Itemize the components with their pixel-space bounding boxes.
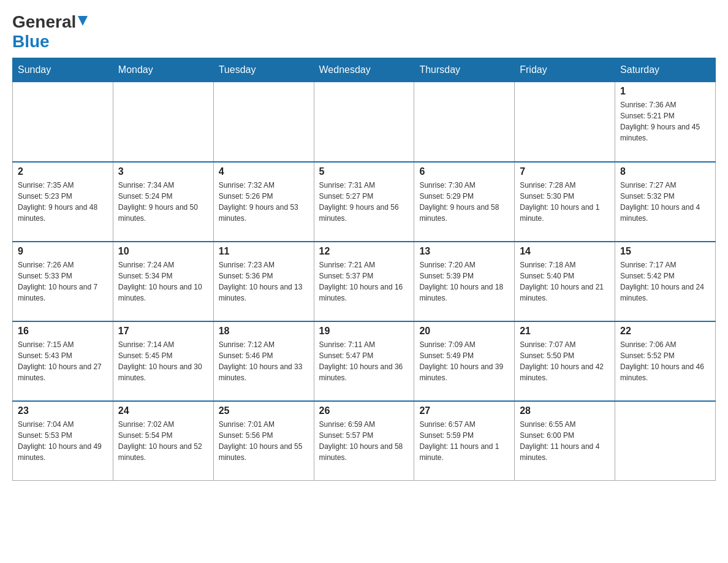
day-info: Sunrise: 7:36 AMSunset: 5:21 PMDaylight:… [620, 99, 710, 144]
calendar-day-cell: 9Sunrise: 7:26 AMSunset: 5:33 PMDaylight… [13, 242, 113, 321]
calendar-day-cell: 19Sunrise: 7:11 AMSunset: 5:47 PMDayligh… [314, 321, 414, 401]
day-number: 17 [118, 326, 208, 337]
calendar-week-row: 16Sunrise: 7:15 AMSunset: 5:43 PMDayligh… [13, 321, 716, 401]
day-info: Sunrise: 7:27 AMSunset: 5:32 PMDaylight:… [620, 180, 710, 224]
calendar-day-cell [113, 82, 213, 162]
calendar-day-cell: 17Sunrise: 7:14 AMSunset: 5:45 PMDayligh… [113, 321, 213, 401]
day-number: 9 [18, 246, 108, 257]
day-info: Sunrise: 7:30 AMSunset: 5:29 PMDaylight:… [419, 180, 509, 224]
calendar-day-cell: 16Sunrise: 7:15 AMSunset: 5:43 PMDayligh… [13, 321, 113, 401]
day-info: Sunrise: 7:31 AMSunset: 5:27 PMDaylight:… [319, 180, 409, 224]
calendar-day-cell: 8Sunrise: 7:27 AMSunset: 5:32 PMDaylight… [615, 162, 716, 242]
calendar-table: SundayMondayTuesdayWednesdayThursdayFrid… [12, 58, 716, 481]
day-header-friday: Friday [515, 58, 615, 82]
calendar-day-cell: 1Sunrise: 7:36 AMSunset: 5:21 PMDaylight… [615, 82, 716, 162]
logo-blue-text: Blue [12, 32, 50, 51]
calendar-day-cell: 24Sunrise: 7:02 AMSunset: 5:54 PMDayligh… [113, 401, 213, 481]
day-header-saturday: Saturday [615, 58, 716, 82]
day-info: Sunrise: 7:34 AMSunset: 5:24 PMDaylight:… [118, 180, 208, 224]
calendar-day-cell: 13Sunrise: 7:20 AMSunset: 5:39 PMDayligh… [414, 242, 515, 321]
day-info: Sunrise: 7:23 AMSunset: 5:36 PMDaylight:… [219, 259, 309, 304]
calendar-day-cell: 28Sunrise: 6:55 AMSunset: 6:00 PMDayligh… [515, 401, 615, 481]
calendar-day-cell: 22Sunrise: 7:06 AMSunset: 5:52 PMDayligh… [615, 321, 716, 401]
day-number: 5 [319, 166, 409, 177]
calendar-day-cell [414, 82, 515, 162]
day-info: Sunrise: 7:20 AMSunset: 5:39 PMDaylight:… [419, 259, 509, 304]
day-number: 27 [419, 405, 509, 416]
day-header-monday: Monday [113, 58, 213, 82]
calendar-day-cell: 23Sunrise: 7:04 AMSunset: 5:53 PMDayligh… [13, 401, 113, 481]
day-number: 10 [118, 246, 208, 257]
calendar-week-row: 23Sunrise: 7:04 AMSunset: 5:53 PMDayligh… [13, 401, 716, 481]
day-info: Sunrise: 7:09 AMSunset: 5:49 PMDaylight:… [419, 339, 509, 383]
calendar-day-cell: 18Sunrise: 7:12 AMSunset: 5:46 PMDayligh… [213, 321, 314, 401]
day-number: 1 [620, 86, 710, 97]
calendar-day-cell: 11Sunrise: 7:23 AMSunset: 5:36 PMDayligh… [213, 242, 314, 321]
calendar-day-cell [314, 82, 414, 162]
day-info: Sunrise: 7:21 AMSunset: 5:37 PMDaylight:… [319, 259, 409, 304]
calendar-week-row: 1Sunrise: 7:36 AMSunset: 5:21 PMDaylight… [13, 82, 716, 162]
day-info: Sunrise: 7:02 AMSunset: 5:54 PMDaylight:… [118, 419, 208, 463]
calendar-day-cell: 27Sunrise: 6:57 AMSunset: 5:59 PMDayligh… [414, 401, 515, 481]
calendar-day-cell [13, 82, 113, 162]
day-number: 13 [419, 246, 509, 257]
calendar-day-cell: 10Sunrise: 7:24 AMSunset: 5:34 PMDayligh… [113, 242, 213, 321]
calendar-day-cell: 7Sunrise: 7:28 AMSunset: 5:30 PMDaylight… [515, 162, 615, 242]
day-header-sunday: Sunday [13, 58, 113, 82]
day-info: Sunrise: 7:01 AMSunset: 5:56 PMDaylight:… [219, 419, 309, 463]
day-info: Sunrise: 6:55 AMSunset: 6:00 PMDaylight:… [520, 419, 610, 463]
day-number: 15 [620, 246, 710, 257]
day-number: 7 [520, 166, 610, 177]
calendar-day-cell: 21Sunrise: 7:07 AMSunset: 5:50 PMDayligh… [515, 321, 615, 401]
day-header-tuesday: Tuesday [213, 58, 314, 82]
day-number: 3 [118, 166, 208, 177]
day-info: Sunrise: 6:57 AMSunset: 5:59 PMDaylight:… [419, 419, 509, 463]
day-info: Sunrise: 7:14 AMSunset: 5:45 PMDaylight:… [118, 339, 208, 383]
day-number: 2 [18, 166, 108, 177]
day-number: 8 [620, 166, 710, 177]
calendar-day-cell: 3Sunrise: 7:34 AMSunset: 5:24 PMDaylight… [113, 162, 213, 242]
calendar-day-cell: 12Sunrise: 7:21 AMSunset: 5:37 PMDayligh… [314, 242, 414, 321]
day-number: 28 [520, 405, 610, 416]
day-info: Sunrise: 7:12 AMSunset: 5:46 PMDaylight:… [219, 339, 309, 383]
day-info: Sunrise: 7:28 AMSunset: 5:30 PMDaylight:… [520, 180, 610, 224]
day-header-thursday: Thursday [414, 58, 515, 82]
day-info: Sunrise: 6:59 AMSunset: 5:57 PMDaylight:… [319, 419, 409, 463]
day-number: 25 [219, 405, 309, 416]
calendar-day-cell: 15Sunrise: 7:17 AMSunset: 5:42 PMDayligh… [615, 242, 716, 321]
calendar-day-cell: 20Sunrise: 7:09 AMSunset: 5:49 PMDayligh… [414, 321, 515, 401]
day-number: 22 [620, 326, 710, 337]
day-number: 14 [520, 246, 610, 257]
logo: General Blue [12, 12, 89, 52]
day-info: Sunrise: 7:06 AMSunset: 5:52 PMDaylight:… [620, 339, 710, 383]
calendar-week-row: 9Sunrise: 7:26 AMSunset: 5:33 PMDaylight… [13, 242, 716, 321]
day-info: Sunrise: 7:11 AMSunset: 5:47 PMDaylight:… [319, 339, 409, 383]
day-number: 4 [219, 166, 309, 177]
calendar-day-cell: 5Sunrise: 7:31 AMSunset: 5:27 PMDaylight… [314, 162, 414, 242]
day-info: Sunrise: 7:35 AMSunset: 5:23 PMDaylight:… [18, 180, 108, 224]
day-info: Sunrise: 7:07 AMSunset: 5:50 PMDaylight:… [520, 339, 610, 383]
calendar-day-cell: 4Sunrise: 7:32 AMSunset: 5:26 PMDaylight… [213, 162, 314, 242]
day-number: 24 [118, 405, 208, 416]
day-info: Sunrise: 7:17 AMSunset: 5:42 PMDaylight:… [620, 259, 710, 304]
calendar-day-cell: 26Sunrise: 6:59 AMSunset: 5:57 PMDayligh… [314, 401, 414, 481]
calendar-day-cell: 14Sunrise: 7:18 AMSunset: 5:40 PMDayligh… [515, 242, 615, 321]
calendar-day-cell: 2Sunrise: 7:35 AMSunset: 5:23 PMDaylight… [13, 162, 113, 242]
day-number: 12 [319, 246, 409, 257]
day-number: 19 [319, 326, 409, 337]
day-info: Sunrise: 7:15 AMSunset: 5:43 PMDaylight:… [18, 339, 108, 383]
day-info: Sunrise: 7:32 AMSunset: 5:26 PMDaylight:… [219, 180, 309, 224]
day-number: 21 [520, 326, 610, 337]
day-number: 6 [419, 166, 509, 177]
day-number: 16 [18, 326, 108, 337]
logo-triangle-icon [77, 15, 89, 29]
calendar-day-cell: 6Sunrise: 7:30 AMSunset: 5:29 PMDaylight… [414, 162, 515, 242]
svg-marker-0 [78, 16, 88, 26]
day-info: Sunrise: 7:26 AMSunset: 5:33 PMDaylight:… [18, 259, 108, 304]
day-number: 18 [219, 326, 309, 337]
calendar-day-cell [515, 82, 615, 162]
day-info: Sunrise: 7:18 AMSunset: 5:40 PMDaylight:… [520, 259, 610, 304]
day-info: Sunrise: 7:24 AMSunset: 5:34 PMDaylight:… [118, 259, 208, 304]
day-info: Sunrise: 7:04 AMSunset: 5:53 PMDaylight:… [18, 419, 108, 463]
calendar-day-cell: 25Sunrise: 7:01 AMSunset: 5:56 PMDayligh… [213, 401, 314, 481]
